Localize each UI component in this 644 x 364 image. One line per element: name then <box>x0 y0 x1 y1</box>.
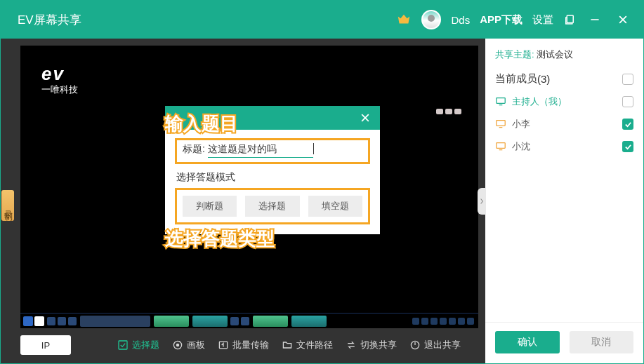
win-icon <box>34 316 44 326</box>
member-name: 小李 <box>512 118 530 130</box>
title-field-highlight: 标题: 这道题是对的吗 <box>175 138 370 164</box>
brand-mark: ev <box>41 63 78 85</box>
tool-label: 切换共享 <box>360 339 397 351</box>
tool-batch-transfer[interactable]: 批量传输 <box>218 339 269 351</box>
tool-label: 选择题 <box>132 339 159 351</box>
taskbar-app <box>192 316 228 327</box>
share-viewport: 录制 ev 一唯科技 <box>1 39 485 363</box>
ip-button[interactable]: IP <box>20 335 71 355</box>
taskbar-app <box>154 316 189 327</box>
taskbar-icons <box>230 317 249 325</box>
share-topic: 共享主题: 测试会议 <box>495 48 633 61</box>
record-tab-label: 录制 <box>2 204 14 207</box>
topic-value: 测试会议 <box>537 49 573 60</box>
member-checkbox[interactable] <box>622 119 633 130</box>
record-side-tab[interactable]: 录制 <box>1 190 14 221</box>
tool-label: 批量传输 <box>232 339 269 351</box>
user-avatar[interactable] <box>421 8 441 31</box>
monitor-icon <box>495 97 506 107</box>
tool-label: 退出共享 <box>424 339 461 351</box>
close-icon[interactable] <box>357 110 373 126</box>
shared-screen: ev 一唯科技 <box>20 46 478 328</box>
app-download-link[interactable]: APP下载 <box>480 8 523 31</box>
svg-rect-16 <box>497 143 505 149</box>
tool-label: 文件路径 <box>296 339 333 351</box>
taskbar-icons <box>47 317 77 325</box>
tool-label: 画板 <box>187 339 205 351</box>
user-name[interactable]: Dds <box>451 8 470 31</box>
remote-taskbar <box>20 313 478 328</box>
carousel-dots <box>436 109 461 114</box>
copy-icon[interactable] <box>563 8 576 31</box>
minimize-button[interactable] <box>587 12 603 27</box>
title-input[interactable]: 标题: 这道题是对的吗 <box>183 143 362 158</box>
member-checkbox[interactable] <box>622 141 633 152</box>
members-label: 当前成员 <box>495 72 537 86</box>
title-label: 标题: <box>183 143 205 156</box>
monitor-icon <box>495 142 506 151</box>
taskbar-search <box>80 316 150 327</box>
members-count: (3) <box>537 73 550 85</box>
callout-select-type: 选择答题类型 <box>165 227 275 251</box>
tool-select-question[interactable]: 选择题 <box>117 339 159 351</box>
brand-subtext: 一唯科技 <box>41 83 78 96</box>
side-panel: 共享主题: 测试会议 当前成员 (3) 主持人（我）小李小沈 确认 取消 <box>485 39 643 363</box>
brand-logo: ev 一唯科技 <box>41 63 78 96</box>
svg-point-8 <box>176 344 178 346</box>
side-footer: 确认 取消 <box>485 322 643 363</box>
app-title: EV屏幕共享 <box>18 12 81 28</box>
member-row[interactable]: 主持人（我） <box>495 95 633 108</box>
tool-switch-share[interactable]: 切换共享 <box>346 339 397 351</box>
callout-input-title: 输入题目 <box>165 112 238 136</box>
tool-whiteboard[interactable]: 画板 <box>172 339 205 351</box>
cancel-button[interactable]: 取消 <box>570 331 634 353</box>
settings-link[interactable]: 设置 <box>532 8 553 31</box>
monitor-icon <box>495 119 506 129</box>
confirm-button[interactable]: 确认 <box>495 331 560 353</box>
member-row[interactable]: 小李 <box>495 118 633 130</box>
tool-file-path[interactable]: 文件路径 <box>282 339 333 351</box>
svg-rect-6 <box>119 341 127 349</box>
taskbar-tray <box>412 318 474 325</box>
bottom-toolbar: IP 选择题 画板 批量传输 文件路径 <box>1 331 485 363</box>
avatar-icon <box>421 10 441 29</box>
svg-rect-14 <box>497 121 505 126</box>
option-judge[interactable]: 判断题 <box>183 196 237 217</box>
app-window: EV屏幕共享 Dds APP下载 设置 录制 <box>0 0 644 364</box>
svg-rect-0 <box>567 15 573 23</box>
mode-label: 选择答题模式 <box>176 171 370 184</box>
option-choice[interactable]: 选择题 <box>245 196 299 217</box>
crown-icon[interactable] <box>396 8 412 31</box>
title-value: 这道题是对的吗 <box>208 143 313 158</box>
member-row[interactable]: 小沈 <box>495 140 633 153</box>
members-header: 当前成员 (3) <box>495 72 633 86</box>
tool-exit-share[interactable]: 退出共享 <box>409 339 461 351</box>
member-checkbox[interactable] <box>622 96 633 107</box>
member-name: 小沈 <box>512 140 530 153</box>
collapse-handle[interactable] <box>478 188 486 215</box>
close-button[interactable] <box>615 12 631 27</box>
start-icon <box>23 316 33 326</box>
topic-key: 共享主题: <box>495 49 534 60</box>
options-highlight: 判断题 选择题 填空题 <box>175 188 370 224</box>
taskbar-app <box>291 316 327 327</box>
svg-rect-12 <box>497 98 505 104</box>
taskbar-app <box>253 316 288 327</box>
select-all-checkbox[interactable] <box>622 74 633 85</box>
titlebar: EV屏幕共享 Dds APP下载 设置 <box>1 1 643 39</box>
member-name: 主持人（我） <box>512 95 567 108</box>
option-blank[interactable]: 填空题 <box>308 196 362 217</box>
